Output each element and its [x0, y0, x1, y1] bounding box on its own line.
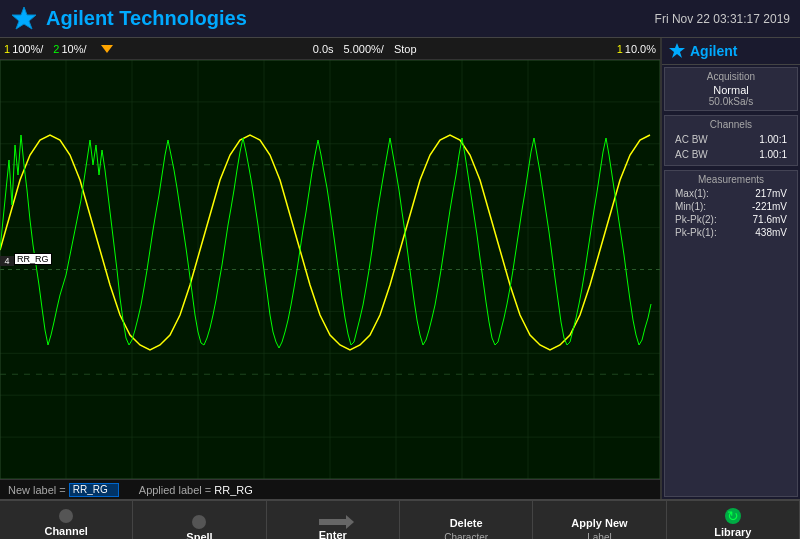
ch2-scale[interactable]: 2 10%/ [53, 43, 86, 55]
new-label-prefix: New label = [8, 484, 66, 496]
wave-label-tag: RR_RG [14, 253, 52, 265]
btn-arrow-icon [319, 519, 347, 525]
trigger-indicator-icon [101, 45, 113, 53]
btn-enter-label: Enter [319, 529, 347, 539]
meas-row-2: Pk-Pk(2):71.6mV [670, 213, 792, 226]
app-title: Agilent Technologies [46, 7, 247, 30]
acquisition-rate: 50.0kSa/s [670, 96, 792, 107]
ch2-val: 1.00:1 [759, 149, 787, 160]
rp-logo-icon [668, 42, 686, 60]
svg-marker-0 [12, 7, 36, 29]
scope-toolbar: 1 100%/ 2 10%/ 0.0s 5.000%/ Stop 1 10.0% [0, 38, 660, 60]
right-panel: Agilent Acquisition Normal 50.0kSa/s Cha… [660, 38, 800, 499]
applied-label-prefix: Applied label = [139, 484, 211, 496]
rp-brand-name: Agilent [690, 43, 737, 59]
btn-apply-sublabel: Label [587, 532, 611, 539]
acquisition-mode: Normal [670, 84, 792, 96]
applied-label-item: Applied label = RR_RG [139, 484, 253, 496]
btn-spell-label: Spell [186, 531, 212, 539]
btn-apply-label: Apply New [571, 517, 627, 530]
button-bar: Channel RR_RG Spell Enter Delete Charact… [0, 499, 800, 539]
ch-right: 1 10.0% [617, 43, 656, 55]
rp-channels-section[interactable]: Channels AC BW 1.00:1 AC BW 1.00:1 [664, 115, 798, 166]
measurements-label: Measurements [670, 174, 792, 185]
scope-grid: 4 RR_RG [0, 60, 660, 479]
meas-row-3: Pk-Pk(1):438mV [670, 226, 792, 239]
svg-marker-23 [669, 43, 685, 58]
scope-area: 1 100%/ 2 10%/ 0.0s 5.000%/ Stop 1 10.0% [0, 38, 660, 499]
rp-measurements-section[interactable]: Measurements Max(1):217mVMin(1):-221mVPk… [664, 170, 798, 497]
trigger-status: Stop [394, 43, 417, 55]
time-offset: 0.0s [313, 43, 334, 55]
time-value: 0.0s [313, 43, 334, 55]
meas-row-1: Min(1):-221mV [670, 200, 792, 213]
btn-circle-icon [192, 515, 206, 529]
header: Agilent Technologies Fri Nov 22 03:31:17… [0, 0, 800, 38]
ch1-scale[interactable]: 1 100%/ [4, 43, 43, 55]
acquisition-label: Acquisition [670, 71, 792, 82]
applied-label-value: RR_RG [214, 484, 253, 496]
main-area: 1 100%/ 2 10%/ 0.0s 5.000%/ Stop 1 10.0% [0, 38, 800, 499]
btn-circle-icon [59, 509, 73, 523]
ch1-type: AC BW [675, 134, 708, 145]
btn-delete[interactable]: Delete Character [400, 501, 533, 539]
agilent-logo-icon [10, 5, 38, 33]
btn-channel-label: Channel [44, 525, 87, 538]
ch2-percent: 10%/ [61, 43, 86, 55]
btn-spell[interactable]: Spell [133, 501, 266, 539]
ch2-num: 2 [53, 43, 59, 55]
rp-acquisition-section[interactable]: Acquisition Normal 50.0kSa/s [664, 67, 798, 111]
ch2-type: AC BW [675, 149, 708, 160]
new-label-input[interactable] [69, 483, 119, 497]
ch-right-val: 10.0% [625, 43, 656, 55]
ch1-num: 1 [4, 43, 10, 55]
ch1-percent: 100%/ [12, 43, 43, 55]
btn-enter[interactable]: Enter [267, 501, 400, 539]
ch1-row: AC BW 1.00:1 [670, 132, 792, 147]
ch2-row: AC BW 1.00:1 [670, 147, 792, 162]
btn-channel[interactable]: Channel RR_RG [0, 501, 133, 539]
measurements-list: Max(1):217mVMin(1):-221mVPk-Pk(2):71.6mV… [670, 187, 792, 239]
timebase: 5.000%/ [344, 43, 384, 55]
btn-apply[interactable]: Apply New Label [533, 501, 666, 539]
ch-right-num: 1 [617, 43, 623, 55]
ch1-val: 1.00:1 [759, 134, 787, 145]
new-label-item: New label = [8, 483, 119, 497]
btn-delete-label: Delete [450, 517, 483, 530]
btn-delete-sublabel: Character [444, 532, 488, 539]
btn-library[interactable]: ↻ Library RR_RG [667, 501, 800, 539]
grid-svg [0, 60, 660, 479]
trigger-value: Stop [394, 43, 417, 55]
datetime: Fri Nov 22 03:31:17 2019 [655, 12, 790, 26]
ch-indicator: 4 [0, 256, 14, 266]
meas-row-0: Max(1):217mV [670, 187, 792, 200]
timebase-value: 5.000%/ [344, 43, 384, 55]
btn-refresh-icon: ↻ [725, 508, 741, 524]
channels-label: Channels [670, 119, 792, 130]
rp-brand-header: Agilent [662, 38, 800, 65]
btn-library-label: Library [714, 526, 751, 539]
label-bar: New label = Applied label = RR_RG [0, 479, 660, 499]
